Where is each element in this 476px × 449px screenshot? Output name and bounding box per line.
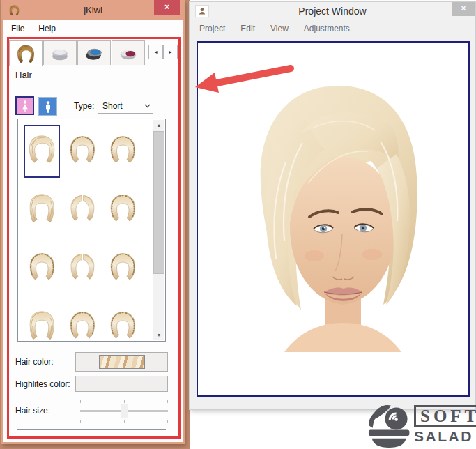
project-menubar: Project Edit View Adjustments [190, 20, 475, 37]
menu-project[interactable]: Project [199, 24, 225, 33]
female-button[interactable] [15, 96, 34, 115]
highlights-color-button[interactable] [75, 376, 168, 392]
hair-type-value: Short [98, 101, 141, 111]
hairstyle-list: ▲ ▼ [17, 119, 166, 342]
red-arrow-icon [193, 61, 299, 96]
section-divider [15, 84, 170, 84]
tab-scroller-group: ◂ ▸ [148, 45, 178, 59]
tab-foundation[interactable] [43, 40, 77, 65]
highlights-color-label: Highlites color: [15, 379, 70, 389]
tab-scroll-left-button[interactable]: ◂ [148, 45, 163, 59]
hairstyle-thumb-4[interactable] [24, 183, 60, 236]
jkiwi-menubar: File Help [3, 20, 183, 37]
hairstyle-scrollbar[interactable]: ▲ ▼ [153, 120, 164, 340]
project-window-title: Project Window [190, 6, 475, 17]
watermark-salad-text: SALAD [414, 428, 476, 445]
menu-view[interactable]: View [270, 24, 289, 33]
scroll-down-icon[interactable]: ▼ [153, 330, 164, 340]
hair-color-swatch [99, 355, 145, 369]
powder-compact-icon [46, 43, 74, 64]
hairstyle-thumb-5[interactable] [64, 183, 100, 236]
hairstyle-thumb-9[interactable] [105, 242, 141, 295]
project-close-button[interactable]: × [452, 2, 475, 16]
hairstyle-thumb-1[interactable] [24, 125, 60, 178]
male-button[interactable] [38, 97, 57, 116]
jkiwi-close-button[interactable]: × [154, 0, 180, 15]
wig-icon [15, 43, 36, 64]
hairstyle-thumb-2[interactable] [64, 125, 100, 178]
jkiwi-titlebar[interactable]: jKiwi × [3, 0, 183, 20]
hairstyle-thumb-6[interactable] [105, 183, 141, 236]
tab-hair[interactable] [9, 40, 43, 66]
jkiwi-app-icon [8, 4, 20, 16]
hair-size-slider[interactable] [80, 400, 168, 423]
makeover-tabstrip [9, 40, 146, 66]
tabstrip-divider [7, 66, 178, 66]
hair-size-label: Hair size: [15, 406, 50, 416]
project-titlebar[interactable]: Project Window × [190, 2, 475, 20]
menu-edit[interactable]: Edit [240, 24, 255, 33]
male-icon [42, 100, 54, 114]
chevron-down-icon [141, 104, 153, 108]
hair-color-label: Hair color: [15, 357, 54, 367]
menu-help[interactable]: Help [38, 24, 56, 33]
hairstyle-grid [24, 125, 149, 342]
tab-eyeshadow[interactable] [77, 40, 111, 65]
jkiwi-window: jKiwi × File Help [1, 0, 185, 444]
menu-adjustments[interactable]: Adjustments [304, 24, 350, 33]
scrollbar-thumb[interactable] [153, 131, 164, 274]
tab-blush[interactable] [112, 40, 145, 65]
model-face-image [244, 79, 432, 352]
hair-color-button[interactable] [75, 352, 168, 372]
project-app-icon [195, 5, 209, 17]
hairstyle-thumb-12[interactable] [105, 300, 141, 342]
scroll-up-icon[interactable]: ▲ [153, 120, 164, 130]
salad-bowl-icon [368, 400, 414, 449]
hairstyle-thumb-3[interactable] [105, 125, 141, 178]
menu-file[interactable]: File [11, 24, 24, 33]
blue-eyeshadow-compact-icon [80, 43, 108, 64]
bottom-divider [17, 429, 166, 430]
softsalad-watermark: SOFT SALAD [368, 400, 476, 449]
hairstyle-thumb-10[interactable] [24, 300, 60, 342]
maroon-blush-compact-icon [114, 43, 142, 64]
female-icon [19, 99, 31, 113]
watermark-soft-text: SOFT [414, 405, 476, 427]
type-label: Type: [74, 101, 94, 111]
annotation-arrow [193, 61, 299, 96]
hair-type-dropdown[interactable]: Short [98, 98, 153, 114]
section-title-hair: Hair [15, 70, 32, 80]
hairstyle-thumb-7[interactable] [24, 242, 60, 295]
bust-icon [198, 7, 206, 15]
hairstyle-thumb-8[interactable] [64, 242, 100, 295]
hairstyle-thumb-11[interactable] [64, 300, 100, 342]
tab-scroll-right-button[interactable]: ▸ [163, 45, 178, 59]
project-window: Project Window × Project Edit View Adjus… [189, 1, 476, 410]
slider-thumb[interactable] [121, 404, 128, 418]
